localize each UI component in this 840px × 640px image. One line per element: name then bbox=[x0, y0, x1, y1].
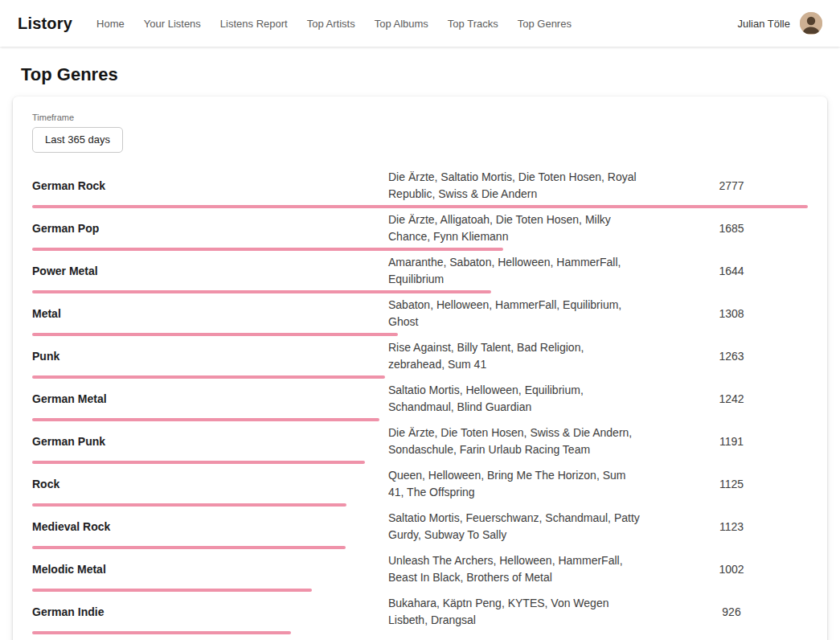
genre-row-content: Power Metal Amaranthe, Sabaton, Hellowee… bbox=[32, 251, 808, 290]
genre-bar-track bbox=[32, 631, 808, 634]
genre-count: 2777 bbox=[655, 179, 808, 192]
genre-name: Power Metal bbox=[32, 265, 388, 277]
genre-artists: Die Ärzte, Alligatoah, Die Toten Hosen, … bbox=[388, 211, 655, 245]
genre-row-content: German Metal Saltatio Mortis, Helloween,… bbox=[32, 379, 808, 418]
genre-row-content: German Punk Die Ärzte, Die Toten Hosen, … bbox=[32, 421, 808, 461]
genre-row: Medieval Rock Saltatio Mortis, Feuerschw… bbox=[32, 507, 808, 549]
genre-artists: Bukahara, Käptn Peng, KYTES, Von Wegen L… bbox=[388, 595, 655, 629]
genre-count: 1263 bbox=[655, 350, 808, 363]
genre-count: 1002 bbox=[655, 563, 808, 576]
genre-artists: Die Ärzte, Die Toten Hosen, Swiss & Die … bbox=[388, 425, 655, 458]
genre-name: Punk bbox=[32, 350, 388, 363]
genre-artists: Die Ärzte, Saltatio Mortis, Die Toten Ho… bbox=[388, 169, 655, 203]
genre-name: Melodic Metal bbox=[32, 563, 388, 576]
nav-top-tracks[interactable]: Top Tracks bbox=[448, 18, 498, 30]
timeframe-filter: Timeframe Last 365 days bbox=[32, 113, 808, 153]
nav-top-artists[interactable]: Top Artists bbox=[307, 18, 355, 30]
genre-row: German Metal Saltatio Mortis, Helloween,… bbox=[32, 379, 808, 421]
genre-table: German Rock Die Ärzte, Saltatio Mortis, … bbox=[32, 166, 808, 634]
genre-row: Metal Sabaton, Helloween, HammerFall, Eq… bbox=[32, 293, 808, 336]
genre-count: 1644 bbox=[655, 265, 808, 277]
app-logo[interactable]: Listory bbox=[18, 14, 72, 33]
genre-row-content: Punk Rise Against, Billy Talent, Bad Rel… bbox=[32, 336, 808, 375]
genre-row: German Indie Bukahara, Käptn Peng, KYTES… bbox=[32, 592, 808, 634]
genre-count: 1242 bbox=[655, 392, 808, 405]
genre-name: German Punk bbox=[32, 435, 388, 448]
genre-row-content: German Indie Bukahara, Käptn Peng, KYTES… bbox=[32, 592, 808, 631]
nav-listens-report[interactable]: Listens Report bbox=[220, 18, 288, 30]
genre-row-content: German Rock Die Ärzte, Saltatio Mortis, … bbox=[32, 166, 808, 205]
page-title: Top Genres bbox=[21, 64, 819, 85]
timeframe-label: Timeframe bbox=[32, 113, 808, 122]
genre-count: 1685 bbox=[655, 222, 808, 235]
genre-row: Rock Queen, Helloween, Bring Me The Hori… bbox=[32, 464, 808, 507]
genre-name: German Metal bbox=[32, 392, 388, 405]
main-nav: Home Your Listens Listens Report Top Art… bbox=[96, 18, 572, 30]
genre-name: Rock bbox=[32, 478, 388, 490]
genre-row-content: Rock Queen, Helloween, Bring Me The Hori… bbox=[32, 464, 808, 503]
top-genres-card: Timeframe Last 365 days German Rock Die … bbox=[13, 96, 827, 640]
genre-count: 1191 bbox=[655, 435, 808, 448]
genre-name: German Rock bbox=[32, 179, 388, 192]
genre-row: Power Metal Amaranthe, Sabaton, Hellowee… bbox=[32, 251, 808, 293]
genre-count: 1123 bbox=[655, 520, 808, 533]
person-icon bbox=[800, 12, 822, 35]
genre-row: Melodic Metal Unleash The Archers, Hello… bbox=[32, 549, 808, 592]
nav-top-genres[interactable]: Top Genres bbox=[518, 18, 572, 30]
genre-row-content: Metal Sabaton, Helloween, HammerFall, Eq… bbox=[32, 293, 808, 333]
timeframe-select[interactable]: Last 365 days bbox=[32, 127, 123, 153]
genre-artists: Saltatio Mortis, Helloween, Equilibrium,… bbox=[388, 382, 655, 416]
nav-top-albums[interactable]: Top Albums bbox=[375, 18, 428, 30]
app-bar: Listory Home Your Listens Listens Report… bbox=[0, 0, 840, 47]
genre-artists: Saltatio Mortis, Feuerschwanz, Schandmau… bbox=[388, 510, 655, 544]
genre-row: German Pop Die Ärzte, Alligatoah, Die To… bbox=[32, 208, 808, 251]
genre-name: German Indie bbox=[32, 605, 388, 618]
genre-row-content: Medieval Rock Saltatio Mortis, Feuerschw… bbox=[32, 507, 808, 546]
genre-name: German Pop bbox=[32, 222, 388, 235]
genre-name: Metal bbox=[32, 307, 388, 320]
user-name: Julian Tölle bbox=[737, 18, 790, 30]
genre-count: 1125 bbox=[655, 478, 808, 490]
genre-artists: Unleash The Archers, Helloween, HammerFa… bbox=[388, 552, 655, 586]
genre-row-content: German Pop Die Ärzte, Alligatoah, Die To… bbox=[32, 208, 808, 248]
genre-row: German Punk Die Ärzte, Die Toten Hosen, … bbox=[32, 421, 808, 464]
genre-artists: Rise Against, Billy Talent, Bad Religion… bbox=[388, 339, 655, 373]
genre-artists: Amaranthe, Sabaton, Helloween, HammerFal… bbox=[388, 254, 655, 288]
genre-artists: Sabaton, Helloween, HammerFall, Equilibr… bbox=[388, 297, 655, 330]
nav-home[interactable]: Home bbox=[96, 18, 125, 30]
genre-row-content: Melodic Metal Unleash The Archers, Hello… bbox=[32, 549, 808, 589]
avatar[interactable] bbox=[800, 12, 822, 35]
genre-count: 1308 bbox=[655, 307, 808, 320]
genre-bar bbox=[32, 631, 291, 634]
genre-artists: Queen, Helloween, Bring Me The Horizon, … bbox=[388, 467, 655, 501]
user-menu[interactable]: Julian Tölle bbox=[737, 12, 822, 35]
page-content: Top Genres Timeframe Last 365 days Germa… bbox=[0, 64, 840, 640]
genre-name: Medieval Rock bbox=[32, 520, 388, 533]
nav-your-listens[interactable]: Your Listens bbox=[144, 18, 201, 30]
genre-count: 926 bbox=[655, 605, 808, 618]
genre-row: German Rock Die Ärzte, Saltatio Mortis, … bbox=[32, 166, 808, 208]
genre-row: Punk Rise Against, Billy Talent, Bad Rel… bbox=[32, 336, 808, 379]
